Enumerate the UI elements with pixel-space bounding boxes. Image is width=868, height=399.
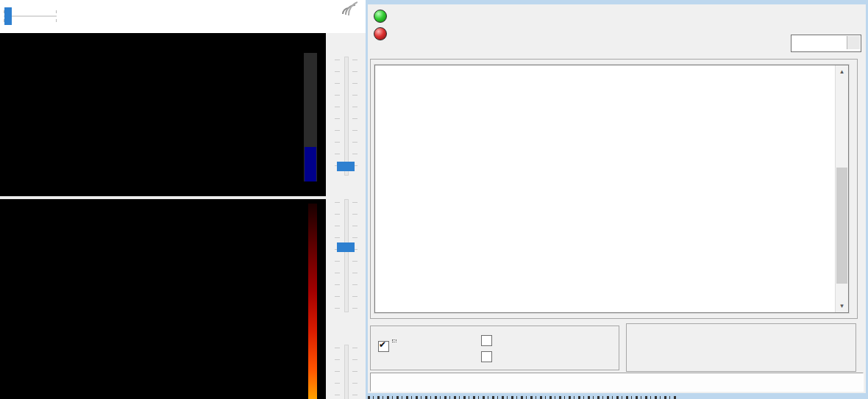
radio-waves-icon xyxy=(338,1,357,15)
scrollbar-thumb[interactable] xyxy=(836,168,847,284)
slider-tick xyxy=(56,19,57,22)
waterfall-canvas[interactable] xyxy=(20,200,300,399)
waterfall-colorbar xyxy=(308,204,317,399)
scroll-up-icon[interactable]: ▴ xyxy=(836,65,848,78)
range-slider-ticks xyxy=(352,348,357,399)
spectrum-display[interactable] xyxy=(0,33,326,196)
checkmark-icon: ✔ xyxy=(379,339,386,350)
sdr-panel xyxy=(0,0,366,399)
waterfall-display[interactable] xyxy=(0,199,326,399)
app-root: ▴ ▾ ✔ xyxy=(0,0,868,399)
com-mirror-led-red xyxy=(374,27,387,40)
kiss-frames-textarea[interactable]: ▴ ▾ xyxy=(374,65,849,313)
slider-tick xyxy=(56,10,57,13)
zoom-slider[interactable] xyxy=(344,57,349,176)
sdr-topbar xyxy=(0,0,366,33)
decode-kiss-label[interactable] xyxy=(393,340,396,342)
window-border-left xyxy=(366,0,368,399)
snr-meter-bar xyxy=(305,147,316,181)
range-slider[interactable] xyxy=(344,345,349,399)
window-border-top xyxy=(366,0,868,4)
vertical-scrollbar[interactable]: ▴ ▾ xyxy=(835,65,848,312)
contrast-slider-ticks xyxy=(335,202,340,311)
contrast-slider-thumb[interactable] xyxy=(337,242,355,252)
filter-packets-checkbox[interactable] xyxy=(481,351,492,362)
zoom-slider-ticks xyxy=(352,60,357,176)
display-controls xyxy=(326,33,366,399)
spectrum-plot[interactable] xyxy=(0,33,326,196)
decode-kiss-checkbox[interactable]: ✔ xyxy=(378,341,389,352)
satellite-group xyxy=(626,323,856,372)
options-group: ✔ xyxy=(370,326,619,370)
contrast-slider[interactable] xyxy=(344,199,349,312)
zoom-slider-thumb[interactable] xyxy=(337,162,355,171)
kiss-frames-text xyxy=(375,65,836,312)
generate-time-frames-checkbox[interactable] xyxy=(481,335,492,346)
clipped-background-text xyxy=(368,396,677,399)
kiss-frames-group: ▴ ▾ xyxy=(370,59,858,319)
airspy-logo xyxy=(269,4,356,30)
zoom-slider-ticks xyxy=(335,60,340,176)
volume-slider[interactable] xyxy=(2,6,60,26)
range-slider-ticks xyxy=(335,348,340,399)
status-bar xyxy=(370,373,864,392)
volume-slider-thumb[interactable] xyxy=(4,7,12,25)
scroll-down-icon[interactable]: ▾ xyxy=(836,300,848,312)
kiss-decoder-window: ▴ ▾ ✔ xyxy=(366,0,868,399)
contrast-slider-ticks xyxy=(352,202,357,311)
satellite-dropdown[interactable] xyxy=(791,35,861,52)
winsock-led-green xyxy=(374,10,387,23)
dropdown-arrow-button[interactable] xyxy=(847,36,860,49)
